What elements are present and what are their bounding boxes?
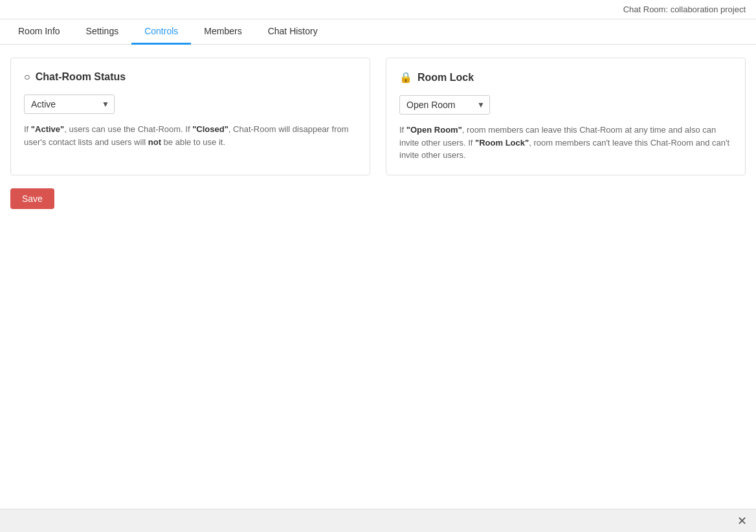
top-bar: Chat Room: collaboration project [0, 0, 756, 19]
room-lock-title: Room Lock [417, 72, 474, 83]
footer-bar: ✕ [0, 509, 756, 532]
tab-nav: Room Info Settings Controls Members Chat… [0, 19, 756, 45]
tab-controls[interactable]: Controls [131, 19, 191, 45]
lock-icon: 🔒 [399, 71, 412, 83]
main-content: ○ Chat-Room Status Active Closed ▼ If "A… [0, 45, 756, 188]
chatroom-title: Chat Room: collaboration project [623, 5, 746, 14]
tab-chat-history[interactable]: Chat History [255, 19, 331, 45]
tab-members[interactable]: Members [191, 19, 254, 45]
status-select-wrapper[interactable]: Active Closed ▼ [24, 94, 115, 114]
room-lock-select-wrapper[interactable]: Open Room Room Lock ▼ [399, 95, 490, 115]
chat-room-status-title: Chat-Room Status [36, 71, 126, 83]
circle-icon: ○ [24, 71, 30, 83]
tab-settings[interactable]: Settings [73, 19, 132, 45]
status-description: If "Active", users can use the Chat-Room… [24, 123, 357, 148]
room-lock-header: 🔒 Room Lock [399, 71, 732, 83]
save-section: Save [0, 188, 756, 222]
tab-room-info[interactable]: Room Info [5, 19, 73, 45]
room-lock-panel: 🔒 Room Lock Open Room Room Lock ▼ If "Op… [386, 58, 746, 175]
status-select[interactable]: Active Closed [24, 94, 115, 114]
save-button[interactable]: Save [10, 188, 54, 209]
chat-room-status-header: ○ Chat-Room Status [24, 71, 357, 83]
room-lock-description: If "Open Room", room members can leave t… [399, 124, 732, 162]
room-lock-select[interactable]: Open Room Room Lock [399, 95, 490, 115]
chat-room-status-panel: ○ Chat-Room Status Active Closed ▼ If "A… [10, 58, 370, 175]
close-button[interactable]: ✕ [737, 515, 747, 527]
